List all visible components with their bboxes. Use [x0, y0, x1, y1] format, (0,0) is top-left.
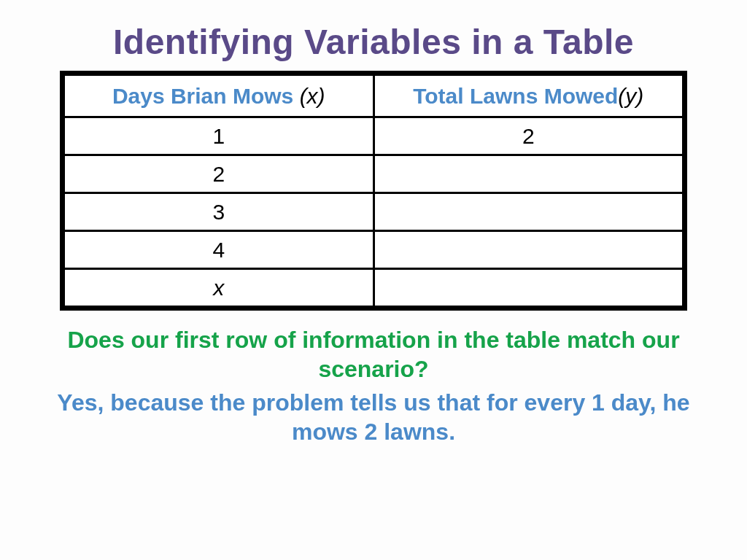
cell-y	[374, 155, 684, 193]
table-row: x	[64, 269, 684, 307]
table-row: 3	[64, 193, 684, 231]
cell-y: 2	[374, 117, 684, 155]
cell-x: 1	[64, 117, 374, 155]
col-header-y: Total Lawns Mowed(y)	[374, 75, 684, 117]
col-header-y-var: (y)	[618, 84, 643, 108]
col-header-y-label: Total Lawns Mowed	[413, 84, 618, 108]
col-header-x-label: Days Brian Mows	[112, 84, 300, 108]
table-row: 1 2	[64, 117, 684, 155]
table-row: 2	[64, 155, 684, 193]
question-text: Does our first row of information in the…	[44, 325, 703, 384]
answer-text: Yes, because the problem tells us that f…	[44, 388, 703, 446]
slide: Identifying Variables in a Table Days Br…	[0, 0, 747, 560]
table-header-row: Days Brian Mows (x) Total Lawns Mowed(y)	[64, 75, 684, 117]
cell-x: 3	[64, 193, 374, 231]
table-row: 4	[64, 231, 684, 269]
data-table-wrap: Days Brian Mows (x) Total Lawns Mowed(y)…	[60, 71, 687, 311]
col-header-x: Days Brian Mows (x)	[64, 75, 374, 117]
data-table: Days Brian Mows (x) Total Lawns Mowed(y)…	[63, 74, 684, 308]
col-header-x-var: (x)	[300, 84, 325, 108]
slide-title: Identifying Variables in a Table	[44, 22, 703, 62]
cell-y	[374, 269, 684, 307]
cell-x-var: x	[64, 269, 374, 307]
cell-x: 2	[64, 155, 374, 193]
cell-x: 4	[64, 231, 374, 269]
cell-y	[374, 193, 684, 231]
cell-y	[374, 231, 684, 269]
